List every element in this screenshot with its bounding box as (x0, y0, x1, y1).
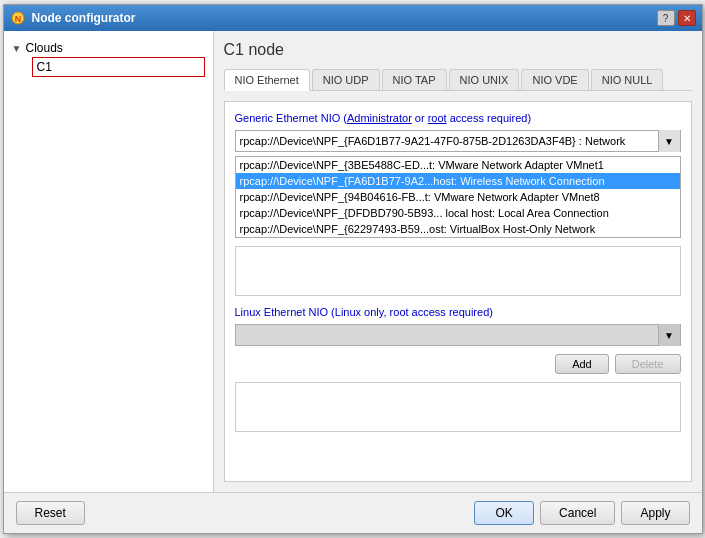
main-content: ▼ Clouds C1 C1 node NIO Ethernet NIO UDP… (4, 31, 702, 492)
node-configurator-window: N Node configurator ? ✕ ▼ Clouds C1 C1 n… (3, 4, 703, 534)
apply-button[interactable]: Apply (621, 501, 689, 525)
ok-button[interactable]: OK (474, 501, 534, 525)
tab-nio-vde[interactable]: NIO VDE (521, 69, 588, 90)
add-delete-buttons: Add Delete (235, 354, 681, 374)
generic-ethernet-dropdown-container: rpcap://\Device\NPF_{FA6D1B77-9A21-47F0-… (235, 130, 681, 152)
panel-title: C1 node (224, 41, 692, 59)
help-button[interactable]: ? (657, 10, 675, 26)
clouds-tree-item: ▼ Clouds (12, 39, 205, 57)
generic-empty-box (235, 246, 681, 296)
linux-section-label: Linux Ethernet NIO (Linux only, root acc… (235, 306, 681, 318)
right-panel: C1 node NIO Ethernet NIO UDP NIO TAP NIO… (214, 31, 702, 492)
node-icon: N (10, 10, 26, 26)
window-title: Node configurator (32, 11, 136, 25)
dropdown-item-0[interactable]: rpcap://\Device\NPF_{3BE5488C-ED...t: VM… (236, 157, 680, 173)
footer: Reset OK Cancel Apply (4, 492, 702, 533)
dropdown-item-3[interactable]: rpcap://\Device\NPF_{DFDBD790-5B93... lo… (236, 205, 680, 221)
delete-button[interactable]: Delete (615, 354, 681, 374)
selected-value: rpcap://\Device\NPF_{FA6D1B77-9A21-47F0-… (236, 135, 658, 147)
title-bar-controls: ? ✕ (657, 10, 696, 26)
dropdown-toggle-icon[interactable]: ▼ (658, 130, 680, 152)
root-link[interactable]: root (428, 112, 447, 124)
close-button[interactable]: ✕ (678, 10, 696, 26)
dropdown-item-2[interactable]: rpcap://\Device\NPF_{94B04616-FB...t: VM… (236, 189, 680, 205)
cancel-button[interactable]: Cancel (540, 501, 615, 525)
administrator-link[interactable]: Administrator (347, 112, 412, 124)
c1-node-item[interactable]: C1 (32, 57, 205, 77)
dropdown-item-1[interactable]: rpcap://\Device\NPF_{FA6D1B77-9A2...host… (236, 173, 680, 189)
add-button[interactable]: Add (555, 354, 609, 374)
svg-text:N: N (14, 14, 21, 24)
tabs-bar: NIO Ethernet NIO UDP NIO TAP NIO UNIX NI… (224, 69, 692, 91)
linux-dropdown-container: ▼ (235, 324, 681, 346)
tab-nio-null[interactable]: NIO NULL (591, 69, 664, 90)
tab-content: Generic Ethernet NIO (Administrator or r… (224, 101, 692, 482)
linux-dropdown[interactable]: ▼ (235, 324, 681, 346)
footer-right-buttons: OK Cancel Apply (474, 501, 689, 525)
clouds-label: Clouds (26, 41, 63, 55)
title-bar: N Node configurator ? ✕ (4, 5, 702, 31)
selected-dropdown[interactable]: rpcap://\Device\NPF_{FA6D1B77-9A21-47F0-… (235, 130, 681, 152)
tab-nio-udp[interactable]: NIO UDP (312, 69, 380, 90)
tab-nio-tap[interactable]: NIO TAP (382, 69, 447, 90)
reset-button[interactable]: Reset (16, 501, 85, 525)
generic-section-label: Generic Ethernet NIO (Administrator or r… (235, 112, 681, 124)
dropdown-list: rpcap://\Device\NPF_{3BE5488C-ED...t: VM… (235, 156, 681, 238)
tab-nio-unix[interactable]: NIO UNIX (449, 69, 520, 90)
linux-empty-box (235, 382, 681, 432)
tab-nio-ethernet[interactable]: NIO Ethernet (224, 69, 310, 91)
dropdown-item-4[interactable]: rpcap://\Device\NPF_{62297493-B59...ost:… (236, 221, 680, 237)
sidebar: ▼ Clouds C1 (4, 31, 214, 492)
title-bar-left: N Node configurator (10, 10, 136, 26)
linux-dropdown-toggle-icon[interactable]: ▼ (658, 324, 680, 346)
tree-expand-icon[interactable]: ▼ (12, 43, 22, 53)
